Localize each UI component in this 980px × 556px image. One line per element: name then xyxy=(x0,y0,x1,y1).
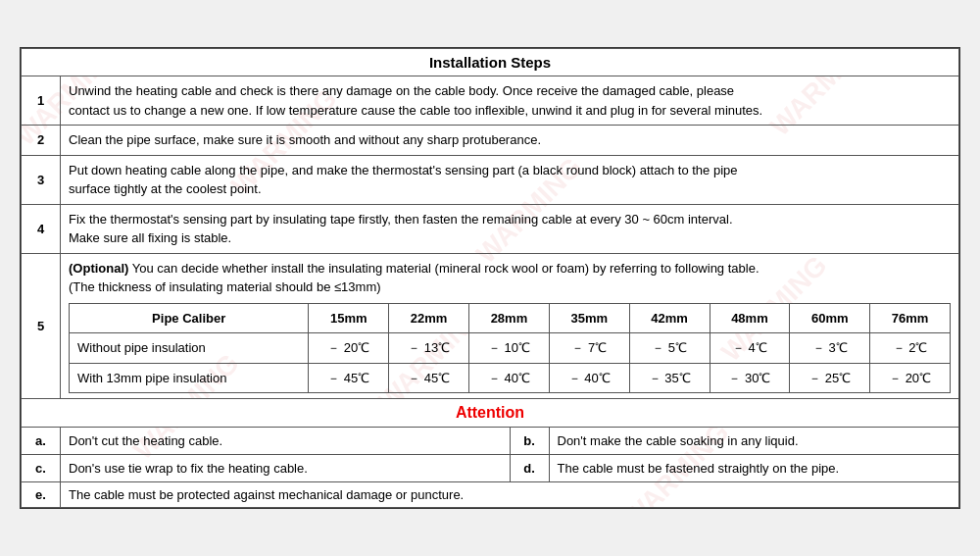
pipe-col-42: 42mm xyxy=(629,303,710,333)
pipe-no-ins-42: － 5℃ xyxy=(629,333,710,364)
note-cd-content: Don's use tie wrap to fix the heating ca… xyxy=(61,455,959,482)
pipe-row-13mm-insulation: With 13mm pipe insulation － 45℃ － 45℃ － … xyxy=(70,363,951,393)
step-4-line1: Fix the thermostat's sensing part by ins… xyxy=(69,212,733,227)
note-a-label: a. xyxy=(22,428,61,455)
note-c-label: c. xyxy=(22,455,61,482)
pipe-col-label: Pipe Caliber xyxy=(70,303,309,333)
note-ab-row: a. Don't cut the heating cable. b. Don't… xyxy=(22,428,959,455)
pipe-col-35: 35mm xyxy=(549,303,629,333)
main-table: Installation Steps 1 Unwind the heating … xyxy=(21,48,959,508)
step-1-line1: Unwind the heating cable and check is th… xyxy=(69,83,734,98)
step-4-content: Fix the thermostat's sensing part by ins… xyxy=(61,204,959,253)
pipe-13mm-48: － 30℃ xyxy=(710,363,790,393)
step-1-content: Unwind the heating cable and check is th… xyxy=(61,76,959,126)
pipe-13mm-label: With 13mm pipe insulation xyxy=(70,363,309,393)
pipe-no-ins-60: － 3℃ xyxy=(790,333,870,364)
pipe-col-76: 76mm xyxy=(870,303,951,333)
pipe-col-48: 48mm xyxy=(710,303,790,333)
pipe-no-ins-22: － 13℃ xyxy=(389,333,469,364)
pipe-13mm-22: － 45℃ xyxy=(389,363,469,393)
step-5-content: (Optional) You can decide whether instal… xyxy=(61,253,959,399)
pipe-no-ins-28: － 10℃ xyxy=(469,333,550,364)
note-c-content: Don's use tie wrap to fix the heating ca… xyxy=(61,455,510,481)
pipe-caliber-table: Pipe Caliber 15mm 22mm 28mm 35mm 42mm 48… xyxy=(69,303,951,394)
pipe-13mm-60: － 25℃ xyxy=(790,363,870,393)
note-b-label: b. xyxy=(510,428,549,454)
step-3-line2: surface tightly at the coolest point. xyxy=(69,181,262,196)
step-4-row: 4 Fix the thermostat's sensing part by i… xyxy=(22,204,959,253)
step-1-row: 1 Unwind the heating cable and check is … xyxy=(22,76,959,126)
pipe-13mm-28: － 40℃ xyxy=(469,363,550,393)
pipe-col-22: 22mm xyxy=(389,303,469,333)
pipe-no-ins-76: － 2℃ xyxy=(870,333,951,364)
attention-title: Attention xyxy=(22,399,959,428)
title-row: Installation Steps xyxy=(22,49,959,76)
attention-row: Attention xyxy=(22,399,959,428)
pipe-table-header-row: Pipe Caliber 15mm 22mm 28mm 35mm 42mm 48… xyxy=(70,303,951,333)
note-cd-row: c. Don's use tie wrap to fix the heating… xyxy=(22,455,959,482)
step-5-num: 5 xyxy=(22,253,61,399)
note-e-label: e. xyxy=(22,482,61,508)
pipe-col-60: 60mm xyxy=(790,303,870,333)
note-e-content: The cable must be protected against mech… xyxy=(61,482,959,508)
pipe-13mm-42: － 35℃ xyxy=(629,363,710,393)
note-cd-inner: Don's use tie wrap to fix the heating ca… xyxy=(61,455,958,481)
step-2-content: Clean the pipe surface, make sure it is … xyxy=(61,126,959,156)
step-5-optional: (Optional) You can decide whether instal… xyxy=(69,259,951,278)
pipe-col-15: 15mm xyxy=(309,303,389,333)
step-2-row: 2 Clean the pipe surface, make sure it i… xyxy=(22,126,959,156)
pipe-13mm-76: － 20℃ xyxy=(870,363,951,393)
page-wrapper: WARMING WARMING WARMING WARMING WARMING … xyxy=(20,47,960,509)
optional-label: (Optional) xyxy=(69,261,128,276)
step-3-content: Put down heating cable along the pipe, a… xyxy=(61,155,959,204)
step-2-num: 2 xyxy=(22,126,61,156)
pipe-13mm-15: － 45℃ xyxy=(309,363,389,393)
pipe-no-ins-48: － 4℃ xyxy=(710,333,790,364)
step-5-second: (The thickness of insulating material sh… xyxy=(69,278,951,297)
pipe-no-ins-35: － 7℃ xyxy=(549,333,629,364)
pipe-no-insulation-label: Without pipe insulation xyxy=(70,333,309,364)
note-e-row: e. The cable must be protected against m… xyxy=(22,482,959,508)
step-4-line2: Make sure all fixing is stable. xyxy=(69,230,231,245)
note-d-label: d. xyxy=(510,455,549,481)
note-ab-inner: Don't cut the heating cable. b. Don't ma… xyxy=(61,428,958,454)
step-1-line2: contact us to change a new one. If low t… xyxy=(69,103,762,118)
step-3-line1: Put down heating cable along the pipe, a… xyxy=(69,163,738,177)
step-5-row: 5 (Optional) You can decide whether inst… xyxy=(22,253,959,399)
step-2-line1: Clean the pipe surface, make sure it is … xyxy=(69,132,541,147)
note-ab-content: Don't cut the heating cable. b. Don't ma… xyxy=(61,428,959,455)
step-4-num: 4 xyxy=(22,204,61,253)
note-b-content: Don't make the cable soaking in any liqu… xyxy=(549,428,958,454)
step-1-num: 1 xyxy=(22,76,61,126)
note-d-content: The cable must be fastened straightly on… xyxy=(549,455,958,481)
pipe-no-ins-15: － 20℃ xyxy=(309,333,389,364)
step-3-row: 3 Put down heating cable along the pipe,… xyxy=(22,155,959,204)
step-3-num: 3 xyxy=(22,155,61,204)
pipe-row-no-insulation: Without pipe insulation － 20℃ － 13℃ － 10… xyxy=(70,333,951,364)
step-5-optional-text: You can decide whether install the insul… xyxy=(132,261,760,276)
main-title: Installation Steps xyxy=(22,49,959,76)
note-a-content: Don't cut the heating cable. xyxy=(61,428,510,454)
pipe-13mm-35: － 40℃ xyxy=(549,363,629,393)
pipe-col-28: 28mm xyxy=(469,303,550,333)
